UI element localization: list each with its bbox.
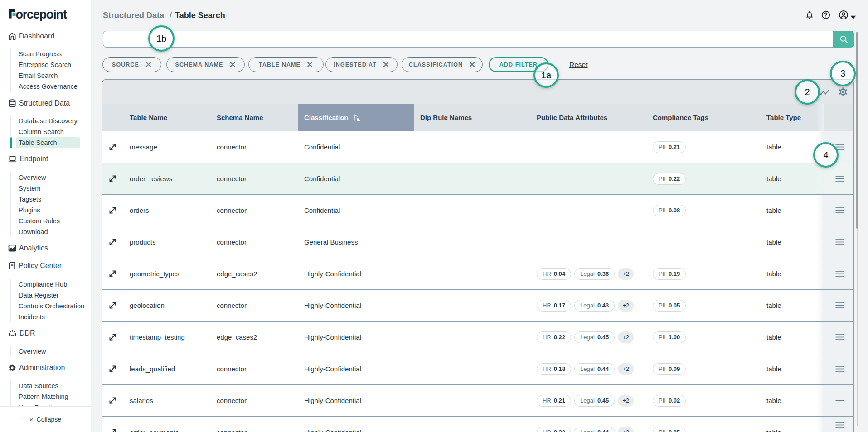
svg-text:orcepoint: orcepoint xyxy=(16,9,67,21)
